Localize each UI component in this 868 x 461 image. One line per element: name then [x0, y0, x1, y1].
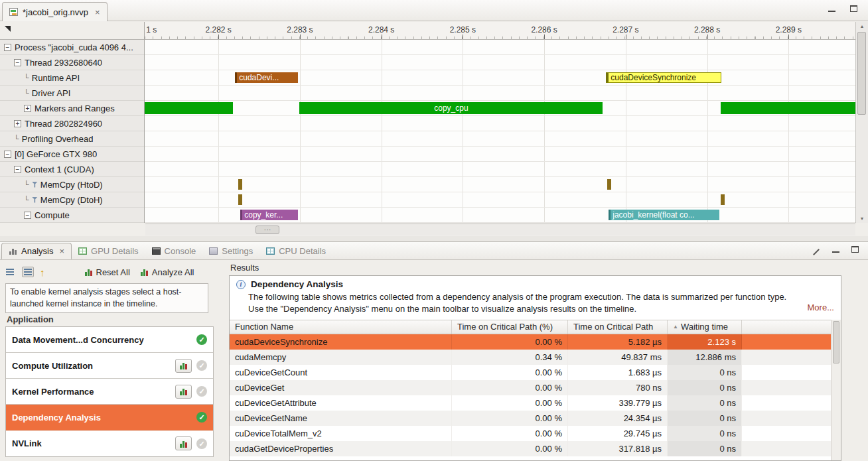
timeline-bar[interactable] [607, 179, 611, 190]
table-row[interactable]: cudaMemcpy0.34 %49.837 ms12.886 ms [230, 350, 841, 365]
analysis-stage-item[interactable]: Dependency Analysis✓ [6, 405, 213, 430]
detail-view-icon[interactable] [22, 267, 34, 277]
stage-label: Dependency Analysis [12, 413, 101, 423]
tree-row[interactable]: +Markers and Ranges [0, 101, 144, 116]
table-row[interactable]: cuDeviceTotalMem_v20.00 %29.745 µs0 ns [230, 426, 841, 441]
timeline-bar[interactable] [238, 194, 242, 205]
scroll-down-arrow[interactable]: ▼ [856, 216, 868, 221]
table-row[interactable]: cuDeviceGetName0.00 %24.354 µs0 ns [230, 411, 841, 426]
column-header-1[interactable]: Time on Critical Path (%) [452, 320, 568, 334]
timeline-vertical-scrollbar[interactable]: ▲ ▼ [855, 22, 868, 223]
timeline-bar[interactable]: copy_cpu [299, 102, 603, 114]
tree-row[interactable]: └Profiling Overhead [0, 131, 144, 147]
results-scrollbar[interactable] [831, 320, 841, 460]
cell-function-name: cuDeviceGetAttribute [230, 395, 452, 411]
timeline-horizontal-scrollbar[interactable]: ··· [145, 224, 855, 235]
table-row[interactable]: cuDeviceGet0.00 %780 ns0 ns [230, 380, 841, 395]
timeline-tree-column: −Process "jacobi_cuda 4096 4...−Thread 2… [0, 22, 145, 223]
info-icon: i [236, 280, 246, 289]
table-row[interactable]: cudaDeviceSynchronize0.00 %5.182 µs2.123… [230, 334, 841, 350]
tree-row[interactable]: └Runtime API [0, 70, 144, 86]
tree-collapse-icon[interactable]: − [14, 166, 21, 173]
tree-row[interactable]: −Compute [0, 208, 144, 223]
close-tab-icon[interactable]: × [95, 7, 100, 17]
tree-expand-icon[interactable]: + [14, 120, 21, 127]
tab-cpu-details[interactable]: CPU Details [259, 242, 332, 259]
timeline-bar[interactable]: cudaDevi... [235, 72, 298, 83]
move-up-icon[interactable]: ↑ [40, 267, 45, 278]
tree-row[interactable]: +Thread 2802824960 [0, 116, 144, 131]
timeline-bar[interactable] [721, 194, 725, 205]
cell-empty [742, 426, 841, 441]
tab-analysis[interactable]: Analysis× [1, 243, 72, 259]
stage-chart-button[interactable] [175, 359, 192, 373]
tree-row[interactable]: −Thread 2932680640 [0, 55, 144, 70]
results-scrollbar-thumb[interactable] [833, 321, 839, 363]
tree-collapse-icon[interactable]: − [4, 44, 11, 51]
tree-leaf-icon: └ [24, 180, 29, 188]
ruler-tick-label: 2.285 s [450, 25, 476, 34]
panel-sash[interactable] [0, 236, 868, 241]
tab-jacobi-orig-nvvp[interactable]: *jacobi_orig.nvvp × [2, 2, 108, 21]
timeline-bar[interactable]: jacobi_kernel(float co... [609, 210, 719, 220]
analysis-stage-item[interactable]: Compute Utilization✓ [6, 353, 213, 379]
tree-expand-icon[interactable]: + [24, 105, 31, 112]
tree-row[interactable]: └MemCpy (DtoH) [0, 192, 144, 208]
tab-label: CPU Details [279, 246, 326, 256]
maximize-panel-button[interactable] [851, 246, 859, 253]
analysis-hint: To enable kernel analysis stages select … [5, 283, 208, 313]
analysis-stage-item[interactable]: Kernel Performance✓ [6, 379, 213, 405]
reset-all-button[interactable]: Reset All [82, 266, 132, 279]
table-row[interactable]: cuDeviceGetCount0.00 %1.683 µs0 ns [230, 365, 841, 380]
timeline-row [145, 147, 855, 162]
tree-row[interactable]: └MemCpy (HtoD) [0, 177, 144, 192]
timeline-bar[interactable] [721, 102, 855, 114]
tab-gpu-details[interactable]: GPU Details [72, 242, 145, 259]
timeline-bar[interactable] [145, 102, 233, 114]
table-row[interactable]: cuDeviceGetAttribute0.00 %339.779 µs0 ns [230, 395, 841, 411]
tree-row[interactable]: −Context 1 (CUDA) [0, 162, 144, 177]
tab-settings[interactable]: Settings [202, 242, 259, 259]
cell-function-name: cudaGetDeviceProperties [230, 441, 452, 456]
list-view-icon[interactable] [4, 267, 16, 277]
timeline-bar[interactable] [238, 179, 242, 190]
tree-collapse-icon[interactable]: − [14, 59, 21, 66]
tab-console[interactable]: Console [145, 242, 203, 259]
horizontal-scrollbar-thumb[interactable]: ··· [255, 226, 279, 234]
maximize-button[interactable] [850, 5, 857, 12]
analyze-all-button[interactable]: Analyze All [138, 266, 196, 279]
column-header-2[interactable]: Time on Critical Path [568, 320, 668, 334]
more-link[interactable]: More... [808, 302, 834, 314]
analysis-stage-item[interactable]: Data Movement...d Concurrency✓ [6, 327, 213, 353]
timeline-row [145, 162, 855, 177]
tree-collapse-icon[interactable]: − [24, 212, 31, 219]
timeline-row [145, 55, 855, 70]
filter-icon[interactable] [32, 197, 38, 203]
view-menu-icon[interactable] [812, 246, 820, 253]
minimize-panel-button[interactable] [832, 246, 839, 253]
tree-row[interactable]: −Process "jacobi_cuda 4096 4... [0, 40, 144, 55]
close-tab-icon[interactable]: × [59, 246, 64, 256]
analysis-toolbar: ↑ Reset All Analyze All [4, 263, 196, 281]
tree-row[interactable]: └Driver API [0, 86, 144, 101]
timeline-row [145, 177, 855, 192]
vertical-scrollbar-thumb[interactable] [857, 32, 866, 115]
column-header-3[interactable]: ▲Waiting time [668, 320, 742, 334]
tree-row-label: Thread 2932680640 [25, 58, 102, 68]
timeline-bar[interactable]: cudaDeviceSynchronize [606, 72, 721, 83]
timeline-bar[interactable]: copy_ker... [240, 210, 298, 220]
column-header-label: Waiting time [681, 322, 728, 332]
tree-row[interactable]: −[0] GeForce GTX 980 [0, 147, 144, 162]
stage-chart-button[interactable] [175, 385, 192, 399]
cell-waiting-time: 0 ns [668, 380, 742, 395]
filter-icon[interactable] [32, 182, 38, 188]
minimize-button[interactable] [828, 5, 835, 12]
stage-label: Kernel Performance [12, 387, 94, 397]
column-header-0[interactable]: Function Name [230, 320, 452, 334]
table-row[interactable]: cudaGetDeviceProperties0.00 %317.818 µs0… [230, 441, 841, 456]
analysis-stage-item[interactable]: NVLink✓ [6, 430, 213, 456]
timeline-ruler[interactable]: 1 s2.282 s2.283 s2.284 s2.285 s2.286 s2.… [145, 22, 855, 40]
tree-collapse-icon[interactable]: − [4, 151, 11, 158]
stage-chart-button[interactable] [175, 436, 192, 450]
scroll-up-arrow[interactable]: ▲ [856, 24, 868, 29]
